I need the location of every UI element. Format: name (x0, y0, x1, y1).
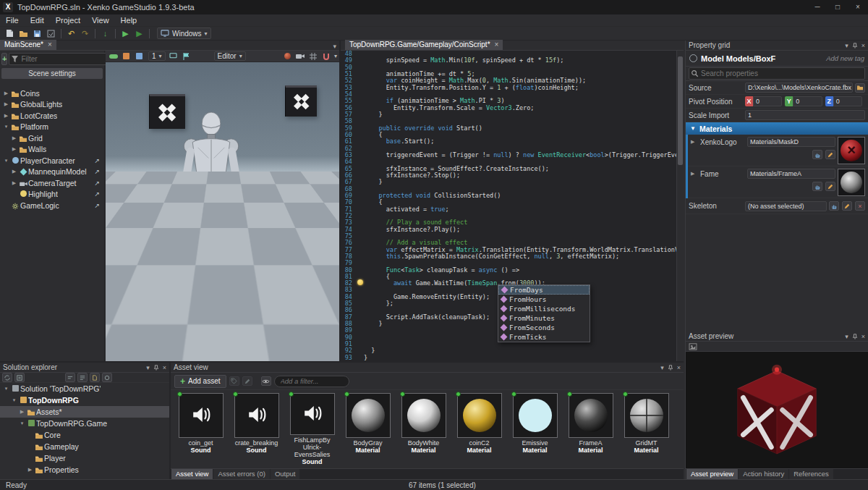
expander-icon[interactable]: ▶ (26, 467, 34, 473)
asset-thumbnail[interactable] (457, 393, 502, 438)
asset-card-emissive[interactable]: EmissiveMaterial (509, 393, 561, 465)
menu-help[interactable]: Help (115, 14, 143, 27)
edit-pencil-button[interactable] (842, 201, 852, 211)
expander-icon[interactable]: ▾ (10, 397, 18, 403)
asset-thumbnail[interactable] (234, 393, 279, 438)
pin-icon[interactable] (852, 43, 858, 48)
expander-icon[interactable]: ▶ (10, 169, 18, 174)
tab-output[interactable]: Output (271, 469, 300, 479)
scene-tree-item-platform[interactable]: ▾Platform (0, 122, 104, 133)
scene-tree-item-mannequinmodel[interactable]: ▶MannequinModel↗ (0, 166, 104, 178)
open-folder-icon[interactable] (17, 28, 30, 39)
code-line-80[interactable]: 80 Func<Task> cleanupTask = async () => (341, 267, 676, 274)
expander-icon[interactable]: ▶ (2, 101, 10, 107)
expander-icon[interactable]: ▶ (18, 409, 26, 415)
pin-icon[interactable] (153, 365, 159, 371)
lighting-icon[interactable] (134, 51, 145, 61)
source-path-field[interactable]: D:\Xenko\...\Models\XenkoCrate.fbx (745, 83, 853, 93)
solution-tree-item-gameplay[interactable]: Gameplay (0, 441, 169, 452)
expander-icon[interactable]: ▶ (10, 135, 18, 141)
code-line-49[interactable]: 49 spinSpeed = Math.Min(10f, spinSpeed +… (341, 57, 676, 64)
scene-tree-item-lootcrates[interactable]: ▶LootCrates (0, 110, 104, 122)
pin-icon[interactable] (852, 334, 858, 339)
pin-icon[interactable] (668, 365, 673, 371)
material-reference-field[interactable]: Materials/MaskD (747, 137, 835, 147)
menu-file[interactable]: File (0, 14, 25, 27)
chevron-down-icon[interactable]: ▾ (334, 53, 337, 59)
scrollbar-thumb[interactable] (678, 56, 683, 165)
menu-edit[interactable]: Edit (25, 14, 50, 27)
scene-tree-item-walls[interactable]: ▶Walls (0, 144, 104, 156)
editor-mode-dropdown[interactable]: Editor ▾ (214, 51, 246, 61)
code-line-78[interactable]: 78 this.SpawnPrefabInstance(CoinGetEffec… (341, 253, 676, 260)
add-asset-button[interactable]: + Add asset (174, 375, 226, 388)
autocomplete-item-frommilliseconds[interactable]: FromMilliseconds (498, 304, 590, 313)
properties-icon[interactable] (14, 373, 25, 382)
code-line-92[interactable]: 92 } (341, 347, 676, 354)
flag-icon[interactable] (181, 51, 192, 61)
add-new-tag-field[interactable]: Add new tag (826, 54, 864, 62)
search-properties-input[interactable] (689, 67, 865, 80)
solution-tree-item-topdownrpg-game[interactable]: ▾TopDownRPG.Game (0, 418, 169, 429)
code-line-93[interactable]: 93} (341, 355, 676, 361)
pivot-x-field[interactable]: 0 (753, 96, 782, 106)
tab-asset-preview[interactable]: Asset preview (686, 469, 738, 479)
close-icon[interactable]: × (48, 40, 52, 50)
tab-asset-view[interactable]: Asset view (171, 469, 213, 479)
layer-dropdown[interactable]: 1▾ (148, 51, 166, 61)
render-mode-icon[interactable] (121, 51, 132, 61)
expand-all-icon[interactable] (77, 373, 88, 382)
close-button[interactable]: × (848, 0, 868, 14)
clear-button[interactable]: × (855, 201, 865, 211)
asset-thumbnail[interactable] (290, 393, 335, 435)
solution-tree-item-assets[interactable]: ▶Assets* (0, 406, 169, 418)
expander-icon[interactable]: ▶ (691, 169, 698, 195)
expander-icon[interactable]: ▶ (691, 137, 698, 164)
asset-card-coin-get[interactable]: coin_getSound (175, 393, 226, 465)
windows-platform-dropdown[interactable]: Windows ▾ (157, 28, 211, 39)
code-line-66[interactable]: 66 sfxInstance?.Stop(); (341, 172, 676, 179)
tab-action-history[interactable]: Action history (739, 469, 788, 479)
show-files-icon[interactable] (90, 373, 100, 382)
asset-preview-viewport[interactable] (686, 352, 868, 468)
expander-icon[interactable]: ▾ (2, 158, 10, 164)
solution-tree-item-topdownrpg[interactable]: ▾TopDownRPG (0, 394, 169, 406)
close-icon[interactable]: × (163, 364, 166, 371)
asset-card-fishlampby-ulrick-evenssalies[interactable]: FishLampBy Ulrick-EvensSaliesSound (286, 393, 338, 465)
code-line-71[interactable]: 71 activated = true; (341, 206, 676, 213)
asset-filter-input[interactable] (274, 376, 349, 387)
viewport-3d[interactable]: 1▾ Editor ▾ ▾ (106, 51, 339, 361)
scene-tree-item-gamelogic[interactable]: GameLogic↗ (0, 200, 104, 211)
scene-tree-item-highlight[interactable]: Highlight↗ (0, 189, 104, 200)
solution-tree-item-solution-topdownrpg[interactable]: ▾Solution 'TopDownRPG' (0, 383, 169, 394)
edit-pencil-button[interactable] (825, 150, 835, 159)
edit-pencil-icon[interactable] (242, 376, 252, 386)
asset-thumbnail[interactable] (624, 393, 669, 438)
scene-tree-item-cameratarget[interactable]: ▶CameraTarget↗ (0, 177, 104, 189)
asset-card-bodywhite[interactable]: BodyWhiteMaterial (398, 393, 449, 465)
materials-section-header[interactable]: ▼ Materials (686, 122, 868, 135)
tag-icon[interactable] (229, 376, 239, 386)
code-scrollbar[interactable] (676, 51, 684, 361)
play-remote-icon[interactable]: ▶ (133, 28, 145, 39)
skeleton-field[interactable]: (No asset selected) (745, 201, 827, 211)
menu-view[interactable]: View (86, 14, 115, 27)
browse-folder-button[interactable] (855, 83, 865, 93)
chevron-down-icon[interactable]: ▾ (333, 43, 336, 50)
asset-card-bodygray[interactable]: BodyGrayMaterial (342, 393, 393, 465)
autocomplete-item-fromminutes[interactable]: FromMinutes (498, 313, 590, 323)
autocomplete-item-fromhours[interactable]: FromHours (498, 295, 590, 304)
material-row-fame[interactable]: ▶ Fame Materials/FrameA (688, 166, 868, 198)
scene-tree-item-globallights[interactable]: ▶GlobalLights (0, 99, 104, 111)
photo-icon[interactable] (689, 343, 697, 350)
material-thumbnail[interactable]: × (838, 137, 865, 164)
redo-icon[interactable]: ↷ (79, 28, 91, 39)
sync-icon[interactable] (2, 373, 12, 382)
code-line-56[interactable]: 56 Entity.Transform.Scale = Vector3.Zero… (341, 105, 676, 111)
tab-asset-errors-0[interactable]: Asset errors (0) (213, 469, 269, 479)
scale-import-field[interactable]: 1 (745, 110, 865, 120)
material-sphere-icon[interactable] (282, 51, 293, 61)
scene-tree-item-grid[interactable]: ▶Grid (0, 132, 104, 144)
expander-icon[interactable]: ▶ (10, 146, 18, 152)
chevron-down-icon[interactable]: ▾ (146, 364, 150, 371)
